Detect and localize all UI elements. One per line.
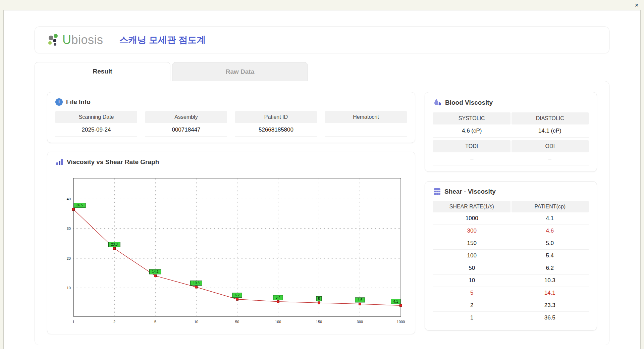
shear-rate-cell: 10 <box>433 275 511 287</box>
shear-rate-header: SHEAR RATE(1/s) <box>433 201 511 212</box>
viscosity-chart: 102030401251050100150300100036.523.314.1… <box>58 173 407 328</box>
table-row: 50 6.2 <box>433 262 589 275</box>
shear-rate-cell: 300 <box>433 225 511 237</box>
svg-text:1: 1 <box>72 320 74 324</box>
header: Ubiosis 스캐닝 모세관 점도계 <box>35 27 609 53</box>
patient-cell: 10.3 <box>511 275 589 287</box>
table-row: 10 10.3 <box>433 275 589 287</box>
svg-text:5.4: 5.4 <box>276 296 280 299</box>
field-value: 2025-09-24 <box>55 123 137 137</box>
patient-cell: 4.1 <box>511 212 589 225</box>
svg-text:23.3: 23.3 <box>111 243 118 246</box>
svg-text:36.5: 36.5 <box>76 203 83 207</box>
ubiosis-logo: Ubiosis <box>46 33 103 47</box>
field-label: Hematocrit <box>325 111 407 123</box>
field-value: 52668185800 <box>235 123 317 137</box>
app-window: Ubiosis 스캐닝 모세관 점도계 Result Raw Data i Fi… <box>3 10 641 349</box>
svg-text:100: 100 <box>275 320 281 324</box>
shear-rate-cell: 1000 <box>433 212 511 225</box>
svg-text:4.1: 4.1 <box>393 300 398 303</box>
shear-rate-cell: 150 <box>433 237 511 250</box>
svg-text:50: 50 <box>235 320 239 324</box>
diastolic-value: 14.1 (cP) <box>511 124 589 138</box>
tab-bar: Result Raw Data <box>35 62 609 81</box>
svg-text:40: 40 <box>67 197 71 201</box>
shear-rate-cell: 100 <box>433 250 511 262</box>
svg-text:14.1: 14.1 <box>152 270 159 273</box>
table-icon <box>433 188 441 196</box>
systolic-value: 4.6 (cP) <box>433 124 511 138</box>
svg-text:5: 5 <box>154 320 156 324</box>
svg-text:10.3: 10.3 <box>193 281 200 285</box>
diastolic-header: DIASTOLIC <box>512 112 589 124</box>
field-value <box>325 123 407 137</box>
close-icon[interactable]: × <box>635 1 639 9</box>
svg-text:10: 10 <box>67 286 71 290</box>
svg-text:4.6: 4.6 <box>358 298 362 302</box>
svg-text:20: 20 <box>67 256 71 260</box>
patient-cell: 14.1 <box>511 287 589 299</box>
table-row: 5 14.1 <box>433 287 589 299</box>
table-row: 150 5.0 <box>433 237 589 250</box>
blood-viscosity-title: Blood Viscosity <box>445 99 493 106</box>
field-assembly: Assembly 000718447 <box>145 111 227 137</box>
logo-dots-icon <box>46 33 61 47</box>
shear-viscosity-title: Shear - Viscosity <box>444 188 496 195</box>
result-panel: i File Info Scanning Date 2025-09-24 Ass… <box>35 81 609 345</box>
tab-raw-data[interactable]: Raw Data <box>172 62 308 81</box>
field-label: Assembly <box>145 111 227 123</box>
field-patient-id: Patient ID 52668185800 <box>235 111 317 137</box>
patient-cell: 36.5 <box>511 312 589 324</box>
field-label: Patient ID <box>235 111 317 123</box>
shear-rate-cell: 2 <box>433 299 511 312</box>
field-hematocrit: Hematocrit <box>325 111 407 137</box>
shear-rate-cell: 1 <box>433 312 511 324</box>
table-row: 1 36.5 <box>433 312 589 324</box>
field-label: Scanning Date <box>55 111 137 123</box>
shear-viscosity-card: Shear - Viscosity SHEAR RATE(1/s) PATIEN… <box>425 181 597 331</box>
droplet-icon <box>433 98 442 107</box>
svg-text:1000: 1000 <box>397 320 405 324</box>
shear-rate-cell: 50 <box>433 262 511 275</box>
svg-text:300: 300 <box>357 320 363 324</box>
shear-rate-cell: 5 <box>433 287 511 299</box>
todi-value: – <box>433 152 511 165</box>
table-row: 2 23.3 <box>433 299 589 312</box>
file-info-title: File Info <box>66 98 91 106</box>
svg-text:30: 30 <box>67 227 71 231</box>
svg-text:150: 150 <box>316 320 322 324</box>
patient-cell: 5.0 <box>511 237 589 250</box>
svg-text:10: 10 <box>194 320 198 324</box>
patient-cell: 5.4 <box>511 250 589 262</box>
patient-cell: 6.2 <box>511 262 589 275</box>
patient-cell: 4.6 <box>511 225 589 237</box>
info-icon: i <box>55 98 63 106</box>
chart-title: Viscosity vs Shear Rate Graph <box>67 158 159 166</box>
svg-text:2: 2 <box>113 320 115 324</box>
odi-value: – <box>511 152 589 165</box>
logo-text: Ubiosis <box>62 33 103 47</box>
bar-chart-icon <box>55 158 63 166</box>
file-info-card: i File Info Scanning Date 2025-09-24 Ass… <box>47 92 415 143</box>
blood-viscosity-card: Blood Viscosity SYSTOLIC DIASTOLIC 4.6 (… <box>425 92 597 172</box>
field-scanning-date: Scanning Date 2025-09-24 <box>55 111 137 137</box>
todi-header: TODI <box>433 140 511 152</box>
systolic-header: SYSTOLIC <box>433 112 511 124</box>
svg-text:6.2: 6.2 <box>235 293 239 297</box>
shear-table-header: SHEAR RATE(1/s) PATIENT(cp) <box>433 201 589 212</box>
patient-header: PATIENT(cp) <box>512 201 589 212</box>
table-row: 1000 4.1 <box>433 212 589 225</box>
table-row: 300 4.6 <box>433 225 589 237</box>
field-value: 000718447 <box>145 123 227 137</box>
odi-header: ODI <box>512 140 589 152</box>
table-row: 100 5.4 <box>433 250 589 262</box>
svg-text:5: 5 <box>318 297 320 301</box>
tab-result[interactable]: Result <box>35 62 170 81</box>
patient-cell: 23.3 <box>511 299 589 312</box>
viscosity-chart-card: Viscosity vs Shear Rate Graph 1020304012… <box>47 152 415 334</box>
page-title: 스캐닝 모세관 점도계 <box>119 34 206 46</box>
